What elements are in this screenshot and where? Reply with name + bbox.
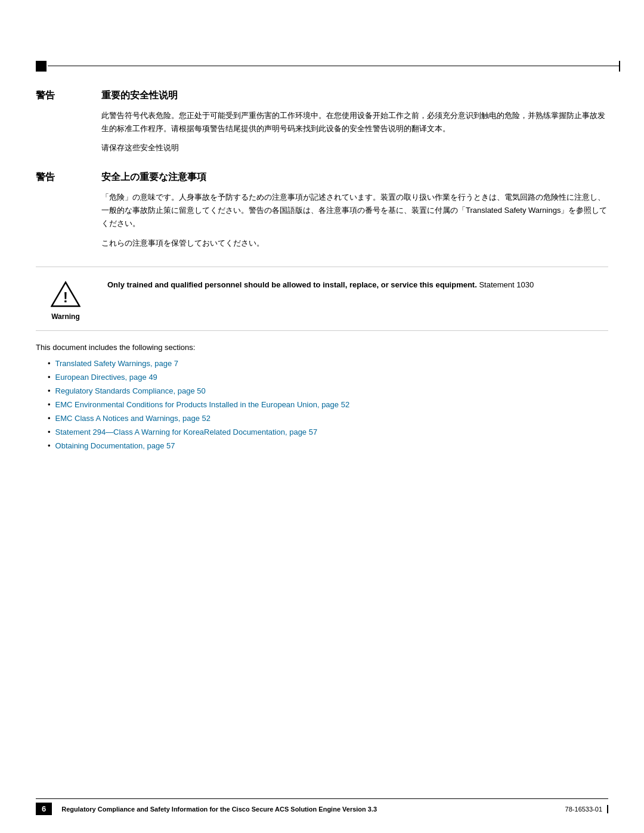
doc-link-0[interactable]: Translated Safety Warnings, page 7: [55, 359, 178, 368]
doc-link-5[interactable]: Statement 294—Class A Warning for KoreaR…: [55, 428, 318, 436]
footer-line: [36, 798, 608, 799]
chinese-title-1: 重要的安全性说明: [101, 89, 178, 102]
chinese-section-1: 警告 重要的安全性说明 此警告符号代表危险。您正处于可能受到严重伤害的工作环境中…: [36, 89, 608, 154]
footer-doc-title: Regulatory Compliance and Safety Informa…: [61, 806, 377, 813]
doc-list-item: EMC Environmental Conditions for Product…: [48, 400, 608, 409]
doc-list-item: European Directives, page 49: [48, 373, 608, 382]
footer-doc-number: 78-16533-01: [565, 806, 602, 813]
chinese-body-para-1: 此警告符号代表危险。您正处于可能受到严重伤害的工作环境中。在您使用设备开始工作之…: [101, 109, 608, 135]
top-bar-square: [36, 61, 47, 72]
doc-list-item: Translated Safety Warnings, page 7: [48, 359, 608, 368]
doc-list-item: Statement 294—Class A Warning for KoreaR…: [48, 428, 608, 436]
page-footer: 6 Regulatory Compliance and Safety Infor…: [36, 798, 608, 815]
chinese-title-2: 安全上の重要な注意事項: [101, 171, 206, 184]
chinese-body-para-2: 请保存这些安全性说明: [101, 141, 608, 154]
doc-links-list: Translated Safety Warnings, page 7Europe…: [48, 359, 608, 450]
footer-page-number: 6: [36, 803, 52, 815]
chinese-label-1: 警告: [36, 89, 89, 102]
svg-text:!: !: [63, 289, 68, 305]
doc-link-3[interactable]: EMC Environmental Conditions for Product…: [55, 400, 350, 409]
doc-list-item: EMC Class A Notices and Warnings, page 5…: [48, 414, 608, 423]
section-divider: [36, 267, 608, 267]
footer-right: 78-16533-01: [565, 805, 608, 813]
chinese-body-2-para-1: 「危険」の意味です。人身事故を予防するための注意事項が記述されています。装置の取…: [101, 191, 608, 230]
chinese-body-2-para-2: これらの注意事項を保管しておいてください。: [101, 237, 608, 250]
warning-label-text: Warning: [51, 312, 80, 321]
top-bar-line: [48, 66, 620, 66]
chinese-label-2: 警告: [36, 171, 89, 184]
page-container: 警告 重要的安全性说明 此警告符号代表危险。您正处于可能受到严重伤害的工作环境中…: [0, 0, 644, 833]
chinese-header-1: 警告 重要的安全性说明: [36, 89, 608, 102]
doc-link-2[interactable]: Regulatory Standards Compliance, page 50: [55, 386, 206, 395]
doc-list-item: Obtaining Documentation, page 57: [48, 441, 608, 450]
chinese-body-1: 此警告符号代表危险。您正处于可能受到严重伤害的工作环境中。在您使用设备开始工作之…: [101, 109, 608, 154]
top-bar-right-mark: [619, 61, 620, 72]
warning-section: ! Warning Only trained and qualified per…: [36, 279, 608, 331]
warning-icon: !: [51, 279, 80, 309]
doc-list-item: Regulatory Standards Compliance, page 50: [48, 386, 608, 395]
chinese-section-2: 警告 安全上の重要な注意事項 「危険」の意味です。人身事故を予防するための注意事…: [36, 171, 608, 249]
top-bar: [36, 66, 620, 67]
footer-left: 6 Regulatory Compliance and Safety Infor…: [36, 803, 377, 815]
warning-left: ! Warning: [36, 279, 95, 321]
warning-bold-text: Only trained and qualified personnel sho…: [107, 280, 477, 289]
doc-link-4[interactable]: EMC Class A Notices and Warnings, page 5…: [55, 414, 210, 423]
doc-link-6[interactable]: Obtaining Documentation, page 57: [55, 441, 175, 450]
chinese-header-2: 警告 安全上の重要な注意事項: [36, 171, 608, 184]
main-content: 警告 重要的安全性说明 此警告符号代表危险。您正处于可能受到严重伤害的工作环境中…: [36, 89, 608, 462]
footer-content: 6 Regulatory Compliance and Safety Infor…: [36, 803, 608, 815]
footer-right-bar: [607, 805, 608, 813]
doc-link-1[interactable]: European Directives, page 49: [55, 373, 157, 382]
warning-body: Only trained and qualified personnel sho…: [107, 279, 608, 292]
doc-intro: This document includes the following sec…: [36, 343, 608, 352]
chinese-body-2: 「危険」の意味です。人身事故を予防するための注意事項が記述されています。装置の取…: [101, 191, 608, 249]
warning-statement-text: Statement 1030: [479, 280, 534, 289]
